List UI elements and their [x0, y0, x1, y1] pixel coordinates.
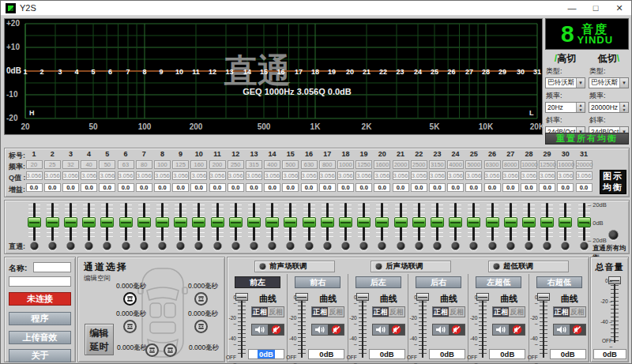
spinner-arrows-icon[interactable]: ▲▼: [619, 103, 628, 112]
slider-handle[interactable]: [119, 217, 133, 227]
band-q-cell[interactable]: 3.056: [393, 171, 409, 180]
band-gain-slider[interactable]: [539, 203, 555, 241]
channel-header[interactable]: 后左: [356, 276, 401, 288]
link-toggle-2[interactable]: 超低联调: [488, 261, 569, 272]
mute-toggle[interactable]: [251, 324, 284, 336]
band-q-cell[interactable]: 3.056: [172, 171, 189, 180]
speaker-button-rear-right[interactable]: [194, 320, 208, 333]
band-q-cell[interactable]: 3.056: [264, 171, 280, 180]
band-gain-slider[interactable]: [26, 203, 43, 241]
eq-band-point[interactable]: 31: [533, 68, 541, 76]
band-bypass-radio[interactable]: [506, 242, 515, 250]
slider-handle[interactable]: [284, 217, 297, 227]
band-freq-cell[interactable]: 2500: [411, 160, 427, 169]
link-toggle-1[interactable]: 后声场联调: [371, 261, 451, 272]
eq-band-point[interactable]: 29: [498, 68, 506, 76]
band-freq-cell[interactable]: 125: [172, 160, 189, 169]
band-gain-slider[interactable]: [136, 203, 152, 241]
band-q-cell[interactable]: 3.056: [154, 171, 171, 180]
phase-positive-button[interactable]: 正相: [373, 307, 389, 317]
fader-handle[interactable]: [476, 293, 489, 301]
band-q-cell[interactable]: 3.056: [374, 171, 390, 180]
band-q-cell[interactable]: 3.056: [228, 171, 244, 180]
band-q-cell[interactable]: 3.056: [502, 171, 519, 180]
band-freq-cell[interactable]: 630: [301, 160, 318, 169]
eq-response-graph[interactable]: 直通+20+100dB-10-2020501002005001K2K5K10K2…: [4, 18, 543, 135]
phase-positive-button[interactable]: 正相: [433, 307, 449, 317]
band-q-cell[interactable]: 3.056: [429, 171, 446, 180]
eq-band-point[interactable]: 6: [108, 68, 112, 76]
band-freq-cell[interactable]: 2000: [393, 160, 409, 169]
band-gain-slider[interactable]: [337, 203, 354, 241]
channel-header[interactable]: 右超低: [536, 276, 582, 288]
speaker-button-front-right[interactable]: [194, 292, 208, 306]
eq-band-point[interactable]: 9: [159, 68, 163, 76]
speaker-muted-icon[interactable]: [570, 325, 585, 335]
slider-handle[interactable]: [247, 217, 261, 227]
band-gain-cell[interactable]: 0.0: [154, 183, 171, 192]
slider-handle[interactable]: [211, 217, 224, 227]
band-freq-cell[interactable]: 160: [190, 160, 207, 169]
band-gain-cell[interactable]: 0.0: [447, 183, 464, 192]
slider-handle[interactable]: [46, 217, 59, 227]
phase-negative-button[interactable]: 反相: [328, 307, 344, 317]
channel-header[interactable]: 前左: [235, 276, 280, 288]
slider-handle[interactable]: [486, 217, 499, 227]
phase-toggle[interactable]: 正相反相: [372, 306, 405, 317]
eq-band-point[interactable]: 19: [328, 68, 336, 76]
band-q-cell[interactable]: 3.056: [246, 171, 262, 180]
high-cut-type-select[interactable]: 巴特沃斯 ▼: [545, 77, 585, 88]
band-gain-slider[interactable]: [356, 203, 372, 241]
band-bypass-radio[interactable]: [488, 242, 497, 250]
eq-band-point[interactable]: 28: [482, 68, 490, 76]
slider-handle[interactable]: [321, 217, 334, 227]
band-gain-cell[interactable]: 0.0: [44, 183, 61, 192]
band-bypass-radio[interactable]: [176, 242, 185, 250]
channel-gain-value[interactable]: 0dB: [429, 349, 465, 359]
eq-band-point[interactable]: 12: [209, 68, 216, 76]
band-gain-cell[interactable]: 0.0: [539, 183, 555, 192]
band-gain-slider[interactable]: [374, 203, 390, 241]
band-bypass-radio[interactable]: [194, 242, 203, 250]
band-bypass-radio[interactable]: [213, 242, 222, 250]
phase-toggle[interactable]: 正相反相: [553, 306, 586, 317]
slider-handle[interactable]: [192, 217, 205, 227]
band-bypass-radio[interactable]: [451, 242, 460, 250]
bypass-all-radio[interactable]: [608, 230, 619, 240]
eq-band-point[interactable]: 20: [346, 68, 354, 76]
slider-handle[interactable]: [431, 217, 444, 227]
phase-positive-button[interactable]: 正相: [252, 307, 268, 317]
band-gain-slider[interactable]: [99, 203, 115, 241]
slider-handle[interactable]: [156, 217, 169, 227]
band-gain-cell[interactable]: 0.0: [62, 183, 79, 192]
speaker-on-icon[interactable]: [493, 325, 509, 335]
slider-handle[interactable]: [449, 217, 462, 227]
slider-handle[interactable]: [540, 217, 554, 227]
band-gain-cell[interactable]: 0.0: [264, 183, 280, 192]
band-freq-cell[interactable]: 100: [154, 160, 171, 169]
band-gain-cell[interactable]: 0.0: [246, 183, 262, 192]
band-gain-slider[interactable]: [81, 203, 97, 241]
band-freq-cell[interactable]: 50: [99, 160, 115, 169]
band-freq-cell[interactable]: 1600: [374, 160, 390, 169]
band-gain-slider[interactable]: [393, 203, 409, 241]
band-gain-cell[interactable]: 0.0: [172, 183, 189, 192]
curve-button[interactable]: 曲线: [551, 293, 588, 305]
upload-sound-button[interactable]: 上传音效: [9, 331, 71, 344]
slider-handle[interactable]: [375, 217, 389, 227]
edit-delay-button[interactable]: 编辑延时: [85, 324, 114, 355]
band-gain-cell[interactable]: 0.0: [301, 183, 318, 192]
band-freq-cell[interactable]: 80: [136, 160, 152, 169]
connect-status-button[interactable]: 未连接: [9, 292, 71, 306]
mute-toggle[interactable]: [432, 324, 465, 336]
eq-band-point[interactable]: 17: [295, 68, 303, 76]
band-freq-cell[interactable]: 250: [228, 160, 244, 169]
maximize-button[interactable]: □: [584, 1, 608, 16]
band-bypass-radio[interactable]: [85, 242, 93, 250]
band-bypass-radio[interactable]: [378, 242, 386, 250]
low-cut-type-select[interactable]: 巴特沃斯 ▼: [589, 77, 629, 88]
slider-handle[interactable]: [100, 217, 114, 227]
slider-handle[interactable]: [265, 217, 279, 227]
band-gain-slider[interactable]: [62, 203, 79, 241]
speaker-on-icon[interactable]: [554, 325, 570, 335]
